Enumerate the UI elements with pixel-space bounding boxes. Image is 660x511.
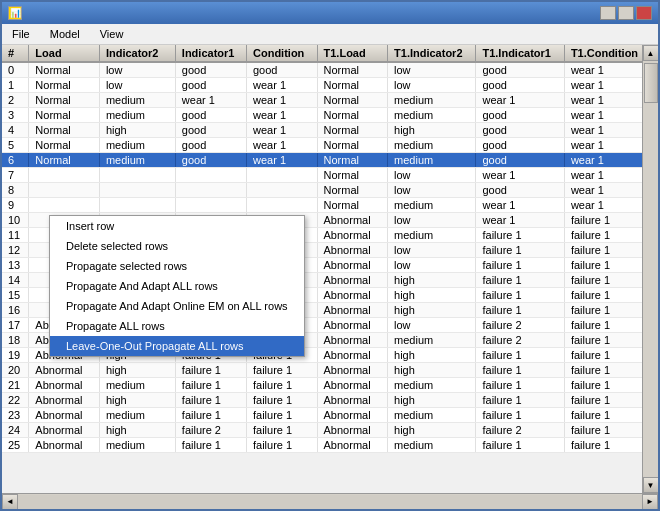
- table-cell: Abnormal: [317, 273, 388, 288]
- table-cell: 25: [2, 438, 29, 453]
- context-menu-delete-rows[interactable]: Delete selected rows: [50, 236, 304, 256]
- table-row[interactable]: 6Normalmediumgoodwear 1Normalmediumgoodw…: [2, 153, 642, 168]
- table-cell: Normal: [29, 93, 100, 108]
- table-cell: failure 1: [564, 393, 642, 408]
- table-cell: [99, 198, 175, 213]
- table-row[interactable]: 22Abnormalhighfailure 1failure 1Abnormal…: [2, 393, 642, 408]
- table-cell: 2: [2, 93, 29, 108]
- col-header-num[interactable]: #: [2, 45, 29, 62]
- table-cell: Normal: [29, 123, 100, 138]
- scroll-right-button[interactable]: ►: [642, 494, 658, 510]
- table-cell: 7: [2, 168, 29, 183]
- menu-model[interactable]: Model: [44, 26, 86, 42]
- title-bar: 📊: [2, 2, 658, 24]
- scroll-h-track[interactable]: [18, 495, 642, 509]
- col-header-t1load[interactable]: T1.Load: [317, 45, 388, 62]
- table-cell: Normal: [317, 108, 388, 123]
- table-row[interactable]: 9Normalmediumwear 1wear 1: [2, 198, 642, 213]
- table-cell: failure 1: [476, 408, 564, 423]
- table-cell: [175, 168, 246, 183]
- table-cell: Normal: [317, 198, 388, 213]
- table-row[interactable]: 3Normalmediumgoodwear 1Normalmediumgoodw…: [2, 108, 642, 123]
- table-cell: Normal: [29, 153, 100, 168]
- scroll-down-button[interactable]: ▼: [643, 477, 659, 493]
- table-row[interactable]: 20Abnormalhighfailure 1failure 1Abnormal…: [2, 363, 642, 378]
- table-cell: 14: [2, 273, 29, 288]
- table-cell: medium: [388, 228, 476, 243]
- table-cell: good: [476, 62, 564, 78]
- table-cell: failure 1: [564, 243, 642, 258]
- table-row[interactable]: 4Normalhighgoodwear 1Normalhighgoodwear …: [2, 123, 642, 138]
- table-row[interactable]: 0NormallowgoodgoodNormallowgoodwear 1: [2, 62, 642, 78]
- scroll-thumb[interactable]: [644, 63, 658, 103]
- table-cell: 23: [2, 408, 29, 423]
- table-cell: Normal: [317, 153, 388, 168]
- table-cell: good: [476, 78, 564, 93]
- table-cell: medium: [99, 408, 175, 423]
- context-menu-propagate-adapt-all[interactable]: Propagate And Adapt ALL rows: [50, 276, 304, 296]
- col-header-load[interactable]: Load: [29, 45, 100, 62]
- table-cell: failure 1: [175, 378, 246, 393]
- table-cell: high: [388, 273, 476, 288]
- context-menu-leave-one-out[interactable]: Leave-One-Out Propagate ALL rows: [50, 336, 304, 356]
- table-cell: wear 1: [564, 168, 642, 183]
- scroll-up-button[interactable]: ▲: [643, 45, 659, 61]
- scroll-left-button[interactable]: ◄: [2, 494, 18, 510]
- table-cell: failure 1: [564, 363, 642, 378]
- menu-view[interactable]: View: [94, 26, 130, 42]
- table-cell: wear 1: [476, 93, 564, 108]
- table-cell: [29, 183, 100, 198]
- table-cell: good: [476, 183, 564, 198]
- context-menu-propagate-all[interactable]: Propagate ALL rows: [50, 316, 304, 336]
- col-header-indicator1[interactable]: Indicator1: [175, 45, 246, 62]
- col-header-condition[interactable]: Condition: [247, 45, 318, 62]
- table-cell: [175, 183, 246, 198]
- table-row[interactable]: 1Normallowgoodwear 1Normallowgoodwear 1: [2, 78, 642, 93]
- context-menu-propagate-adapt-online[interactable]: Propagate And Adapt Online EM on ALL row…: [50, 296, 304, 316]
- vertical-scrollbar[interactable]: ▲ ▼: [642, 45, 658, 493]
- table-cell: high: [388, 348, 476, 363]
- table-cell: 4: [2, 123, 29, 138]
- table-cell: good: [175, 108, 246, 123]
- table-row[interactable]: 25Abnormalmediumfailure 1failure 1Abnorm…: [2, 438, 642, 453]
- context-menu-insert-row[interactable]: Insert row: [50, 216, 304, 236]
- table-cell: failure 1: [247, 423, 318, 438]
- table-cell: low: [388, 213, 476, 228]
- table-cell: 22: [2, 393, 29, 408]
- horizontal-scrollbar[interactable]: ◄ ►: [2, 493, 658, 509]
- table-cell: low: [388, 183, 476, 198]
- context-menu-propagate-selected[interactable]: Propagate selected rows: [50, 256, 304, 276]
- maximize-button[interactable]: [618, 6, 634, 20]
- col-header-t1indicator1[interactable]: T1.Indicator1: [476, 45, 564, 62]
- table-cell: failure 1: [476, 273, 564, 288]
- col-header-t1indicator2[interactable]: T1.Indicator2: [388, 45, 476, 62]
- col-header-t1condition[interactable]: T1.Condition: [564, 45, 642, 62]
- table-row[interactable]: 8Normallowgoodwear 1: [2, 183, 642, 198]
- table-cell: medium: [388, 198, 476, 213]
- table-container[interactable]: # Load Indicator2 Indicator1 Condition T…: [2, 45, 642, 493]
- table-row[interactable]: 21Abnormalmediumfailure 1failure 1Abnorm…: [2, 378, 642, 393]
- table-cell: failure 1: [564, 378, 642, 393]
- table-cell: 15: [2, 288, 29, 303]
- col-header-indicator2[interactable]: Indicator2: [99, 45, 175, 62]
- table-cell: Abnormal: [29, 423, 100, 438]
- table-cell: wear 1: [564, 153, 642, 168]
- table-cell: [29, 168, 100, 183]
- table-cell: Abnormal: [29, 393, 100, 408]
- table-row[interactable]: 7Normallowwear 1wear 1: [2, 168, 642, 183]
- table-cell: medium: [388, 333, 476, 348]
- minimize-button[interactable]: [600, 6, 616, 20]
- table-row[interactable]: 5Normalmediumgoodwear 1Normalmediumgoodw…: [2, 138, 642, 153]
- table-row[interactable]: 2Normalmediumwear 1wear 1Normalmediumwea…: [2, 93, 642, 108]
- close-button[interactable]: [636, 6, 652, 20]
- menu-file[interactable]: File: [6, 26, 36, 42]
- table-row[interactable]: 23Abnormalmediumfailure 1failure 1Abnorm…: [2, 408, 642, 423]
- table-cell: Abnormal: [317, 378, 388, 393]
- table-row[interactable]: 24Abnormalhighfailure 2failure 1Abnormal…: [2, 423, 642, 438]
- table-cell: low: [388, 243, 476, 258]
- table-cell: 1: [2, 78, 29, 93]
- table-cell: failure 1: [476, 348, 564, 363]
- table-cell: good: [175, 78, 246, 93]
- table-cell: failure 1: [247, 363, 318, 378]
- table-cell: 18: [2, 333, 29, 348]
